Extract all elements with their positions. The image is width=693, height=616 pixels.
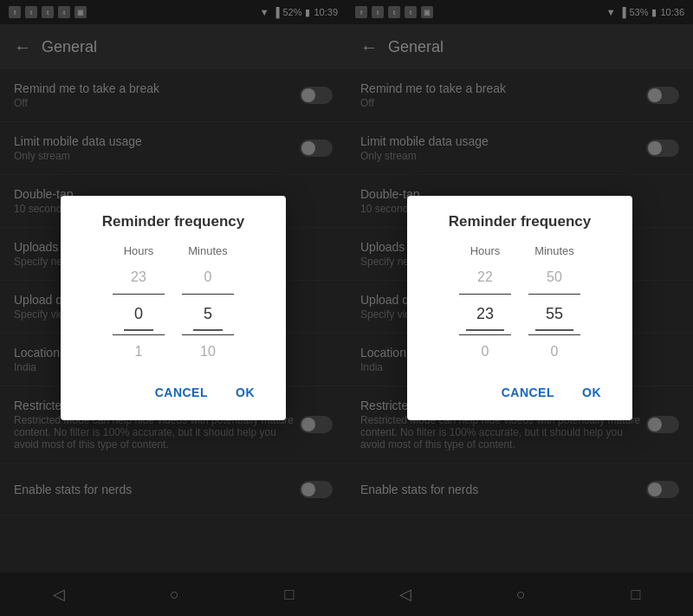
hour-below-left: 1 (125, 339, 153, 365)
dialog-actions-right: CANCEL OK (428, 379, 612, 406)
picker-area-right: Hours 22 23 0 Minutes 50 55 (428, 244, 612, 365)
ok-button-right[interactable]: OK (572, 379, 612, 406)
minutes-picker-right[interactable]: Minutes 50 55 0 (528, 244, 580, 365)
hour-divider-bottom-left (113, 334, 165, 335)
hour-divider-bottom-right (459, 334, 511, 335)
minute-selected-right: 55 (535, 298, 573, 330)
hour-selected-right: 23 (466, 298, 504, 330)
hour-above-left: 23 (120, 264, 157, 290)
minute-selected-left: 5 (193, 298, 223, 330)
phone-panel-left: f t t t ▣ ▼ ▐ 52% ▮ 10:39 ← General Remi… (0, 0, 346, 616)
hours-values-right: 22 23 0 (459, 264, 511, 365)
minutes-label-left: Minutes (188, 244, 228, 257)
minutes-values-left: 0 5 10 (182, 264, 234, 365)
hours-label-right: Hours (470, 244, 501, 257)
minute-divider-bottom-left (182, 334, 234, 335)
dialog-overlay-right: Reminder frequency Hours 22 23 0 Minutes (346, 0, 693, 616)
minute-above-right: 50 (536, 264, 573, 290)
minutes-values-right: 50 55 0 (528, 264, 580, 365)
phone-panel-right: f t t t ▣ ▼ ▐ 53% ▮ 10:36 ← General Remi… (346, 0, 693, 616)
minute-above-left: 0 (194, 264, 223, 290)
minutes-picker-left[interactable]: Minutes 0 5 10 (182, 244, 234, 365)
dialog-actions-left: CANCEL OK (81, 379, 265, 406)
hour-below-right: 0 (471, 339, 500, 365)
dialog-title-right: Reminder frequency (428, 213, 612, 230)
minutes-label-right: Minutes (534, 244, 574, 257)
minute-divider-bottom-right (528, 334, 580, 335)
hours-values-left: 23 0 1 (113, 264, 165, 365)
hour-above-right: 22 (467, 264, 503, 290)
cancel-button-left[interactable]: CANCEL (145, 379, 218, 406)
hours-picker-left[interactable]: Hours 23 0 1 (113, 244, 165, 365)
reminder-dialog-left: Reminder frequency Hours 23 0 1 Minutes (61, 196, 286, 420)
hours-picker-right[interactable]: Hours 22 23 0 (459, 244, 511, 365)
minute-divider-top-left (182, 294, 234, 295)
hours-label-left: Hours (124, 244, 154, 257)
reminder-dialog-right: Reminder frequency Hours 22 23 0 Minutes (407, 196, 632, 420)
minute-below-left: 10 (190, 339, 226, 365)
dialog-title-left: Reminder frequency (81, 213, 265, 230)
hour-divider-top-left (113, 294, 165, 295)
hour-divider-top-right (459, 294, 511, 295)
dialog-overlay-left: Reminder frequency Hours 23 0 1 Minutes (0, 0, 346, 616)
hour-selected-left: 0 (124, 298, 153, 330)
cancel-button-right[interactable]: CANCEL (491, 379, 565, 406)
picker-area-left: Hours 23 0 1 Minutes 0 5 (81, 244, 265, 365)
minute-below-right: 0 (541, 339, 569, 365)
ok-button-left[interactable]: OK (225, 379, 265, 406)
minute-divider-top-right (528, 294, 580, 295)
